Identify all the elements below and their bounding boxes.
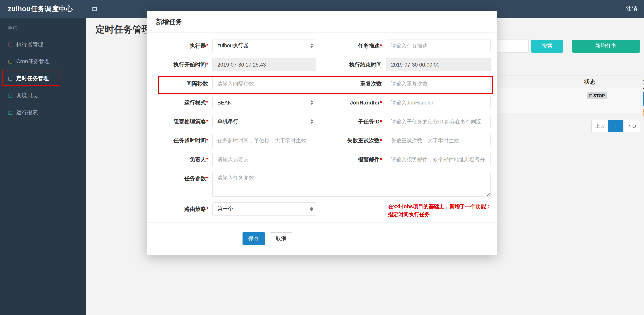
prev-page-button[interactable]: 上页 (592, 120, 608, 132)
search-button[interactable]: 搜索 (531, 40, 563, 53)
next-page-button[interactable]: 下页 (623, 120, 640, 132)
modal-title: 新增任务 (156, 18, 182, 26)
modal-body: 执行器* zuihou执行器 任务描述* 执行开始时间* 执行结束时间 (146, 33, 497, 255)
label-text: 任务参数 (184, 175, 206, 181)
sidebar-item-label: 执行器管理 (16, 41, 43, 48)
col-status: 状态 (584, 79, 595, 86)
form-row: 阻塞处理策略* 单机串行 子任务ID* (146, 115, 497, 128)
jobhandler-label: JobHandler* (316, 96, 386, 109)
required-mark: * (206, 43, 208, 49)
required-mark: * (206, 206, 208, 212)
timeout-input[interactable] (212, 134, 316, 147)
square-icon (8, 94, 12, 98)
child-job-label: 子任务ID* (316, 115, 386, 128)
interval-label: 间隔秒数 (146, 77, 212, 90)
executor-label: 执行器* (146, 39, 212, 52)
save-button[interactable]: 保存 (242, 232, 265, 245)
feature-note-line2: 指定时间执行任务 (388, 210, 491, 219)
selected-value: 第一个 (217, 205, 233, 212)
selected-value: BEAN (217, 100, 232, 105)
retry-count-label: 失败重试次数* (316, 134, 386, 147)
sidebar-item-label: 调度日志 (16, 92, 38, 99)
start-time-input[interactable] (212, 58, 316, 71)
cancel-button[interactable]: 取消 (270, 232, 292, 245)
route-strategy-label: 路由策略* (146, 202, 212, 216)
sidebar-item-timed-task-mgmt[interactable]: 定时任务管理 (0, 70, 86, 87)
required-mark: * (206, 156, 208, 163)
job-desc-input[interactable] (386, 39, 491, 52)
label-text: 运行模式 (184, 99, 206, 106)
end-time-label: 执行结束时间 (316, 58, 386, 71)
execute-button[interactable]: 执行 (643, 92, 644, 106)
job-desc-label: 任务描述* (316, 39, 386, 52)
sidebar-nav: 导航 执行器管理 Cron任务管理 定时任务管理 调度日志 运行报表 (0, 18, 86, 315)
block-strategy-select[interactable]: 单机串行 (212, 115, 316, 128)
app-window: zuihou任务调度中心 注销 导航 执行器管理 Cron任务管理 定时任务管理… (0, 0, 644, 315)
repeat-count-input[interactable] (386, 77, 491, 90)
label-text: 负责人 (190, 156, 206, 163)
feature-note-line1: 在xxl-jobs项目的基础上，新增了一个功能： (388, 202, 491, 210)
feature-note: 在xxl-jobs项目的基础上，新增了一个功能： 指定时间执行任务 (388, 202, 491, 216)
interval-input[interactable] (212, 77, 316, 90)
owner-input[interactable] (212, 153, 316, 166)
sidebar-item-schedule-log[interactable]: 调度日志 (0, 87, 86, 104)
menu-collapse-icon[interactable] (92, 7, 97, 11)
form-row: 执行开始时间* 执行结束时间 (146, 58, 497, 71)
status-badge: STOP (587, 92, 607, 99)
route-strategy-select[interactable]: 第一个 (212, 202, 316, 216)
required-mark: * (206, 118, 208, 125)
required-mark: * (380, 99, 382, 106)
edit-button[interactable]: 编辑 (643, 108, 644, 117)
alarm-email-input[interactable] (386, 153, 491, 166)
sidebar-item-label: 定时任务管理 (16, 75, 49, 82)
form-row: 任务参数* (146, 172, 497, 197)
alarm-email-label: 报警邮件* (316, 153, 386, 166)
select-arrows-icon (310, 207, 313, 211)
label-text: 执行器 (190, 43, 206, 49)
label-text: 执行结束时间 (349, 62, 382, 68)
retry-count-input[interactable] (386, 134, 491, 147)
form-row: 运行模式* BEAN JobHandler* (146, 96, 497, 109)
select-arrows-icon (310, 43, 313, 48)
square-icon (8, 77, 12, 81)
label-text: 执行开始时间 (174, 62, 206, 68)
stop-square-icon (590, 94, 592, 97)
required-mark: * (380, 43, 382, 49)
run-mode-select[interactable]: BEAN (212, 96, 316, 109)
run-mode-label: 运行模式* (146, 96, 212, 109)
required-mark: * (380, 137, 382, 144)
label-text: 路由策略 (184, 206, 206, 212)
form-row: 路由策略* 第一个 在xxl-jobs项目的基础上，新增了一个功能： 指定时间执… (146, 202, 497, 216)
label-text: 失败重试次数 (347, 137, 380, 144)
form-row: 负责人* 报警邮件* (146, 153, 497, 166)
label-text: 阻塞处理策略 (174, 118, 206, 125)
executor-select[interactable]: zuihou执行器 (212, 39, 316, 52)
label-text: 重复次数 (360, 81, 382, 87)
form-row: 任务超时时间* 失败重试次数* (146, 134, 497, 147)
label-text: 子任务ID (358, 118, 380, 125)
current-page-button[interactable]: 1 (608, 120, 624, 132)
job-param-textarea[interactable] (212, 172, 491, 197)
add-task-button[interactable]: 新增任务 (572, 40, 640, 53)
select-arrows-icon (310, 119, 313, 124)
select-arrows-icon (310, 100, 313, 105)
sidebar-item-run-report[interactable]: 运行报表 (0, 104, 86, 121)
label-text: 报警邮件 (358, 156, 380, 163)
selected-value: 单机串行 (217, 118, 238, 125)
sidebar-item-cron-task-mgmt[interactable]: Cron任务管理 (0, 53, 86, 70)
required-mark: * (206, 175, 208, 181)
child-job-input[interactable] (386, 115, 491, 128)
job-param-label: 任务参数* (146, 172, 212, 197)
timeout-label: 任务超时时间* (146, 134, 212, 147)
row-actions: 执行 启动 日志 编辑 删除 (643, 92, 644, 118)
end-time-input[interactable] (386, 58, 491, 71)
label-text: 任务描述 (358, 43, 380, 49)
brand-title[interactable]: zuihou任务调度中心 (0, 4, 86, 14)
logout-link[interactable]: 注销 (626, 6, 637, 12)
label-text: 间隔秒数 (186, 81, 208, 87)
selected-value: zuihou执行器 (217, 42, 248, 49)
sidebar-item-executor-mgmt[interactable]: 执行器管理 (0, 36, 86, 53)
jobhandler-input[interactable] (386, 96, 491, 109)
col-operation: 操作 (643, 79, 644, 93)
status-text: STOP (593, 93, 605, 98)
